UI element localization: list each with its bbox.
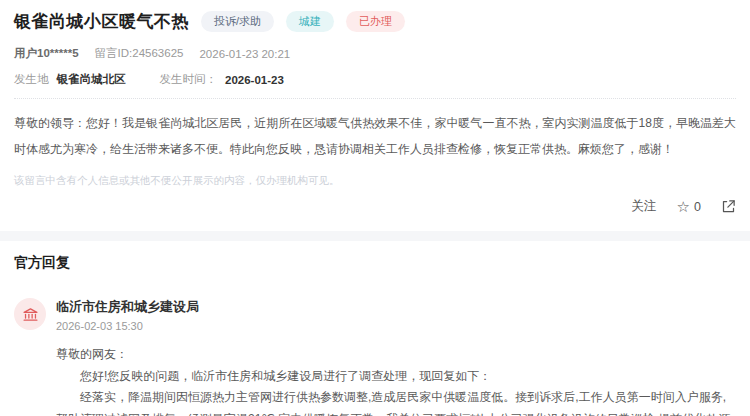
reply-body: 尊敬的网友： 您好!您反映的问题，临沂市住房和城乡建设局进行了调查处理，现回复如…: [56, 344, 736, 416]
message-id: 留言ID:24563625: [95, 46, 184, 61]
follow-button[interactable]: 关注: [632, 198, 657, 215]
share-icon: [721, 199, 736, 214]
meta-row: 用户10*****5 留言ID:24563625 2026-01-23 20:2…: [14, 46, 736, 61]
status-badge: 已办理: [346, 11, 405, 32]
share-button[interactable]: [721, 199, 736, 214]
reply-greeting: 尊敬的网友：: [56, 344, 736, 366]
tag-department[interactable]: 城建: [286, 11, 334, 32]
username: 用户10*****5: [14, 46, 79, 61]
reply-paragraph: 经落实，降温期间因恒源热力主管网进行供热参数调整,造成居民家中供暖温度低。接到诉…: [56, 387, 736, 416]
section-divider: [0, 231, 750, 241]
agency-name: 临沂市住房和城乡建设局: [56, 298, 199, 316]
reply-section-title: 官方回复: [14, 254, 736, 272]
location-value: 银雀尚城北区: [57, 72, 126, 87]
info-row: 发生地 银雀尚城北区 发生时间： 2026-01-23: [14, 72, 736, 87]
reply-timestamp: 2026-02-03 15:30: [56, 320, 199, 332]
complaint-body: 尊敬的领导：您好！我是银雀尚城北区居民，近期所在区域暖气供热效果不佳，家中暖气一…: [14, 110, 736, 162]
post-timestamp: 2026-01-23 20:21: [199, 48, 290, 60]
tag-complaint-type[interactable]: 投诉/求助: [201, 11, 274, 32]
official-reply-section: 官方回复 临沂市住房和城乡建设局 2026-02-03 15:30 尊敬的网友：…: [0, 241, 750, 416]
reply-card: 临沂市住房和城乡建设局 2026-02-03 15:30: [14, 298, 736, 332]
government-building-icon: [22, 306, 39, 323]
agency-avatar: [14, 298, 46, 330]
star-count: 0: [694, 200, 701, 214]
privacy-note: 该留言中含有个人信息或其他不便公开展示的内容，仅办理机构可见。: [14, 174, 736, 188]
occur-time-label: 发生时间：: [160, 72, 218, 87]
dotted-divider: [14, 98, 736, 99]
page-title: 银雀尚城小区暖气不热: [14, 10, 189, 33]
agency-info: 临沂市住房和城乡建设局 2026-02-03 15:30: [56, 298, 199, 332]
complaint-card: 银雀尚城小区暖气不热 投诉/求助 城建 已办理 用户10*****5 留言ID:…: [0, 0, 750, 231]
star-icon: ☆: [677, 199, 690, 214]
title-row: 银雀尚城小区暖气不热 投诉/求助 城建 已办理: [14, 10, 736, 33]
reply-paragraph: 您好!您反映的问题，临沂市住房和城乡建设局进行了调查处理，现回复如下：: [56, 366, 736, 388]
star-button[interactable]: ☆ 0: [677, 199, 701, 214]
occur-time-value: 2026-01-23: [225, 74, 284, 86]
action-row: 关注 ☆ 0: [14, 198, 736, 231]
location-label: 发生地: [14, 72, 49, 87]
